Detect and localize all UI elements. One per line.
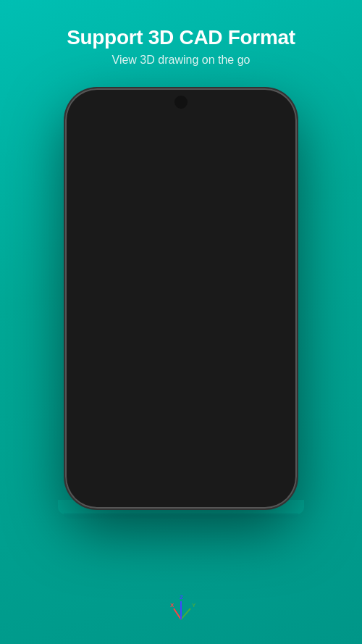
- svg-rect-28: [123, 255, 138, 259]
- cad-viewport: Visual style View Feature M...: [72, 96, 290, 501]
- svg-line-57: [174, 609, 181, 619]
- explode-label: Explode: [219, 463, 245, 471]
- visual-style-label: Visual style: [72, 463, 109, 471]
- page-subtitle: View 3D drawing on the go: [67, 54, 295, 67]
- refresh-icon[interactable]: [214, 136, 232, 154]
- axis-indicator: X Y Z: [163, 590, 199, 630]
- cube-outline-icon[interactable]: [194, 136, 211, 154]
- background-button[interactable]: Backgroun...: [250, 436, 290, 471]
- section-button[interactable]: Section: [180, 436, 215, 471]
- visual-style-button[interactable]: Visual style: [72, 436, 108, 471]
- svg-marker-53: [190, 440, 205, 455]
- svg-rect-33: [153, 164, 159, 183]
- view-button[interactable]: View: [108, 436, 143, 471]
- svg-point-23: [219, 227, 230, 239]
- svg-rect-31: [127, 244, 138, 248]
- svg-rect-48: [162, 441, 168, 447]
- svg-point-24: [233, 220, 245, 232]
- svg-line-43: [245, 147, 248, 150]
- building-3d-view: [72, 117, 282, 393]
- visual-style-icon: [79, 436, 102, 459]
- svg-point-1: [87, 367, 261, 389]
- section-label: Section: [186, 463, 210, 471]
- svg-point-26: [235, 233, 246, 245]
- svg-text:Z: Z: [180, 594, 183, 601]
- explode-icon: [221, 436, 244, 459]
- svg-rect-47: [155, 441, 161, 447]
- page-header: Support 3D CAD Format View 3D drawing on…: [52, 0, 310, 81]
- svg-rect-49: [155, 448, 161, 454]
- svg-rect-50: [162, 448, 168, 454]
- zoom-icon[interactable]: [235, 136, 252, 154]
- svg-rect-29: [125, 251, 138, 255]
- background-label: Backgroun...: [250, 463, 290, 471]
- svg-rect-10: [237, 278, 246, 291]
- view-icon: [114, 436, 137, 459]
- phone-mockup: Visual style View Feature M...: [65, 88, 297, 509]
- page-title: Support 3D CAD Format: [67, 26, 295, 49]
- svg-point-27: [170, 215, 185, 230]
- cube-solid-icon[interactable]: [174, 136, 191, 154]
- svg-line-41: [203, 143, 208, 146]
- feature-m-button[interactable]: Feature M...: [143, 436, 180, 471]
- expand-icon[interactable]: [255, 136, 272, 154]
- svg-rect-5: [87, 269, 98, 284]
- svg-point-52: [161, 447, 163, 449]
- viewport-toolbar: [167, 132, 279, 158]
- svg-marker-56: [264, 441, 277, 448]
- svg-line-58: [181, 609, 190, 619]
- feature-m-icon: [150, 436, 173, 459]
- svg-point-25: [219, 238, 230, 250]
- svg-line-40: [198, 143, 203, 146]
- feature-m-label: Feature M...: [142, 463, 181, 471]
- section-icon: [186, 436, 209, 459]
- svg-rect-32: [145, 161, 151, 183]
- svg-rect-30: [126, 248, 138, 251]
- explode-button[interactable]: Explode: [215, 436, 250, 471]
- svg-text:X: X: [170, 602, 174, 609]
- phone-shelf: [58, 500, 304, 514]
- phone-screen: Visual style View Feature M...: [72, 96, 290, 501]
- view-label: View: [117, 463, 133, 471]
- svg-text:Y: Y: [192, 602, 196, 609]
- phone-bottom-toolbar: Visual style View Feature M...: [72, 429, 290, 501]
- background-icon: [258, 436, 282, 459]
